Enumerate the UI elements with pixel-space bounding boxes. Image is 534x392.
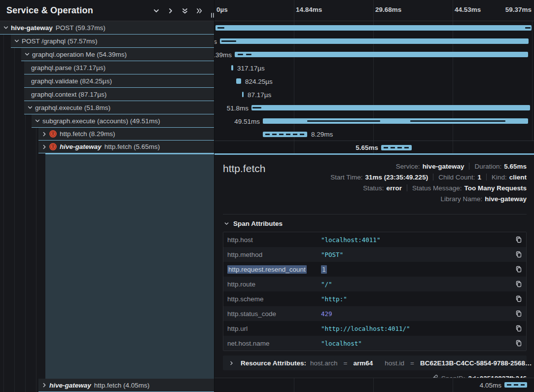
duration-label: 824.25µs [245, 77, 273, 85]
attribute-key: http.url [227, 325, 321, 332]
meta-value: client [509, 174, 527, 181]
selected-span-expanded-area [45, 153, 214, 379]
tick-label: 0µs [216, 6, 228, 13]
meta-label: Library Name: [440, 195, 482, 203]
copy-icon[interactable] [513, 295, 522, 303]
meta-value: 1 [477, 174, 481, 181]
timeline-ruler: 0µs 14.84ms 29.68ms 44.53ms 59.37ms [214, 0, 534, 21]
timeline-row-bottom: 4.05ms [214, 378, 534, 392]
attribute-value: "/" [321, 281, 513, 288]
attribute-value: "localhost:4011" [321, 236, 513, 244]
attribute-key: http.request.resend_count [227, 266, 321, 273]
span-row-graphql-validate[interactable]: graphql.validate (824.25µs) [0, 74, 214, 88]
copy-icon[interactable] [513, 251, 522, 258]
copy-icon[interactable] [513, 236, 522, 244]
service-name: hive-gateway [11, 24, 53, 32]
duration-label: 4.05ms [480, 382, 501, 389]
attribute-value: "http://localhost:4011/" [321, 325, 513, 332]
span-bar[interactable] [236, 78, 241, 84]
meta-value: 31ms (23:35:49.225) [365, 174, 428, 181]
span-row-root-post[interactable]: hive-gateway POST (59.37ms) [0, 21, 214, 35]
attribute-table: http.host "localhost:4011" http.method "… [223, 232, 527, 351]
duration-label: 54.39ms [214, 51, 232, 58]
span-label: POST /graphql (57.57ms) [22, 37, 98, 45]
panel-resize-handle[interactable] [211, 13, 214, 18]
span-row-graphql-parse[interactable]: graphql.parse (317.17µs) [0, 61, 214, 74]
copy-icon[interactable] [513, 266, 522, 273]
attribute-value: 429 [321, 310, 513, 318]
resource-value: arm64 [353, 359, 373, 367]
tick-label: 44.53ms [455, 6, 481, 13]
chevron-down-icon[interactable] [34, 117, 41, 124]
resource-value: BC62E13B-C4CC-5854-9788-2568… [420, 359, 532, 367]
span-label: graphql.validate (824.25µs) [31, 77, 112, 85]
span-bar[interactable] [504, 382, 527, 388]
span-tree: hive-gateway POST (59.37ms) POST /graphq… [0, 21, 214, 392]
attribute-key: http.host [227, 236, 321, 244]
span-row-subgraph-execute[interactable]: subgraph.execute (accounts) (49.51ms) [0, 114, 214, 128]
chevron-down-icon[interactable] [2, 24, 9, 31]
timeline-row: 49.51ms [214, 114, 534, 128]
duration-label: 87.17µs [248, 91, 271, 98]
attribute-row: http.status_code 429 [223, 306, 526, 321]
attribute-key: http.route [227, 281, 321, 288]
chevron-down-icon[interactable] [26, 104, 34, 111]
copy-icon[interactable] [513, 325, 522, 332]
span-bar[interactable] [263, 132, 307, 137]
timeline-row: 824.25µs [214, 74, 534, 88]
span-bar[interactable] [215, 25, 532, 31]
chevron-down-icon[interactable] [23, 51, 31, 58]
chevrons-down-icon[interactable] [181, 7, 189, 15]
chevron-down-icon [223, 220, 230, 227]
copy-icon[interactable] [513, 340, 522, 347]
span-label: subgraph.execute (accounts) (49.51ms) [42, 117, 160, 125]
attribute-row: http.route "/" [223, 277, 526, 291]
timeline-row-selected: 5.65ms [214, 141, 534, 153]
link-icon[interactable] [431, 374, 438, 378]
copy-icon[interactable] [513, 310, 522, 318]
span-bar[interactable] [381, 145, 412, 150]
timeline-row: 87.17µs [214, 88, 534, 101]
span-bar[interactable] [220, 38, 529, 44]
resource-attributes-toggle[interactable]: Resource Attributes: host.arch = arm64 h… [223, 356, 527, 370]
span-row-http-fetch-selected[interactable]: ! hive-gateway http.fetch (5.65ms) [0, 141, 214, 153]
span-detail-pane: http.fetch Service: hive-gateway Duratio… [214, 153, 534, 378]
attribute-row: http.url "http://localhost:4011/" [223, 321, 526, 336]
timeline-row: 54.39ms [214, 48, 534, 61]
span-attributes-toggle[interactable]: Span Attributes [223, 220, 527, 227]
meta-label: Child Count: [438, 174, 475, 181]
meta-value: Too Many Requests [464, 184, 527, 192]
span-id-row: SpanID: 3de02518937fb246 [223, 374, 527, 378]
span-title: http.fetch [223, 163, 265, 207]
span-bar[interactable] [263, 118, 528, 124]
chevron-right-icon[interactable] [40, 131, 48, 138]
span-row-http-fetch-1[interactable]: ! http.fetch (8.29ms) [0, 128, 214, 141]
chevrons-right-icon[interactable] [195, 7, 203, 15]
chevron-down-icon[interactable] [13, 37, 20, 44]
span-row-post-graphql[interactable]: POST /graphql (57.57ms) [0, 35, 214, 48]
duration-label: 317.17µs [237, 64, 265, 71]
attribute-row: http.host "localhost:4011" [223, 232, 526, 247]
attribute-key: http.status_code [227, 310, 321, 318]
chevron-down-icon[interactable] [152, 7, 160, 15]
span-bar[interactable] [235, 52, 528, 57]
tick-label: 59.37ms [505, 6, 532, 13]
span-row-graphql-execute[interactable]: graphql.execute (51.8ms) [0, 101, 214, 114]
chevron-right-icon[interactable] [40, 382, 48, 389]
span-row-graphql-context[interactable]: graphql.context (87.17µs) [0, 88, 214, 101]
span-bar[interactable] [251, 105, 530, 110]
service-name: hive-gateway [60, 143, 102, 150]
tick-label: 29.68ms [375, 6, 401, 13]
chevron-right-icon[interactable] [167, 7, 175, 15]
span-bar[interactable] [242, 92, 244, 97]
span-label: http.fetch (5.65ms) [105, 143, 160, 150]
tree-header: Service & Operation [0, 0, 214, 21]
span-bar[interactable] [231, 65, 233, 71]
meta-label: Service: [396, 163, 420, 170]
chevron-right-icon[interactable] [40, 143, 48, 150]
copy-icon[interactable] [513, 281, 522, 288]
attribute-key: http.scheme [227, 295, 321, 303]
span-row-http-fetch-bottom[interactable]: hive-gateway http.fetch (4.05ms) [0, 379, 214, 392]
attribute-value: "http:" [321, 295, 513, 303]
span-row-graphql-operation[interactable]: graphql.operation Me (54.39ms) [0, 48, 214, 61]
